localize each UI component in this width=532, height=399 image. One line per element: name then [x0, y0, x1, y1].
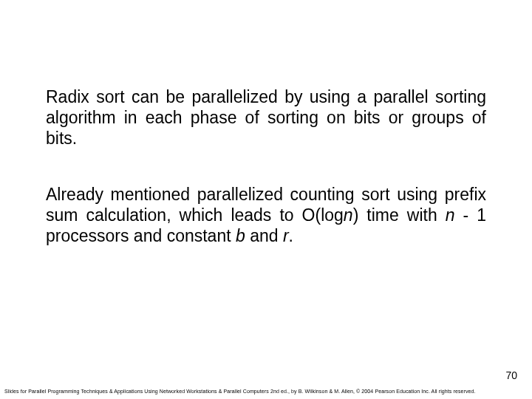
paragraph-2: Already mentioned parallelized counting … [46, 184, 486, 246]
var-r: r [283, 226, 289, 245]
p2-text-e: . [289, 226, 293, 245]
footer-citation: Slides for Parallel Programming Techniqu… [4, 389, 476, 394]
var-n-1: n [344, 205, 353, 225]
p2-text-b: ) time with [353, 205, 446, 225]
body-text: Radix sort can be parallelized by using … [46, 86, 486, 282]
paragraph-1: Radix sort can be parallelized by using … [46, 86, 486, 149]
page-number: 70 [505, 369, 517, 381]
p2-text-d: and [245, 226, 283, 245]
var-n-2: n [446, 205, 455, 225]
slide: Radix sort can be parallelized by using … [0, 0, 532, 399]
var-b: b [236, 226, 245, 245]
